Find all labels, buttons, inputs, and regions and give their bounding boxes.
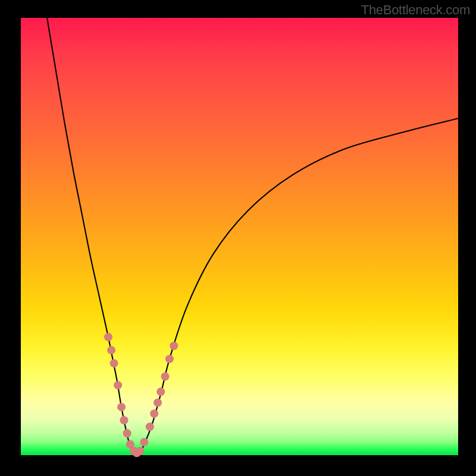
highlight-dot bbox=[156, 387, 165, 396]
highlight-dot bbox=[150, 409, 158, 418]
marker-group bbox=[104, 333, 178, 458]
highlight-dot bbox=[107, 346, 115, 355]
highlight-dot bbox=[110, 359, 118, 368]
highlight-dot bbox=[165, 355, 174, 363]
highlight-dot bbox=[104, 333, 112, 342]
highlight-dot bbox=[117, 403, 126, 411]
highlight-dot bbox=[146, 422, 154, 431]
highlight-dot bbox=[114, 381, 122, 389]
watermark-text: TheBottleneck.com bbox=[361, 2, 470, 18]
highlight-dot bbox=[161, 372, 170, 381]
highlight-dot bbox=[123, 429, 131, 437]
highlight-dot bbox=[120, 416, 128, 424]
highlight-dot bbox=[136, 447, 145, 455]
highlight-dot bbox=[154, 399, 162, 407]
bottleneck-curve bbox=[47, 18, 458, 456]
highlight-dot bbox=[140, 438, 148, 446]
highlight-dot bbox=[170, 342, 178, 350]
curve-overlay bbox=[21, 18, 458, 455]
plot-area bbox=[21, 18, 458, 455]
chart-frame: TheBottleneck.com bbox=[0, 0, 476, 476]
